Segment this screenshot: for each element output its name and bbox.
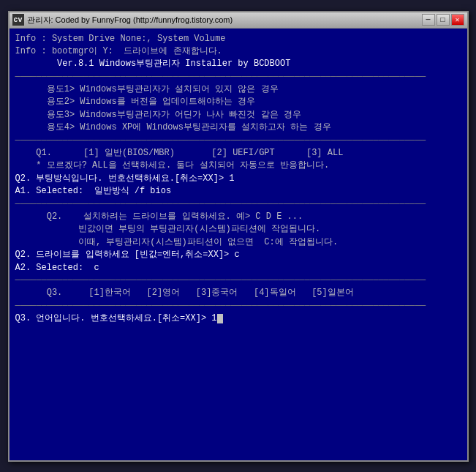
console-line: A1. Selected: 일반방식 /f bios xyxy=(15,185,461,198)
console-line: Q2. 드라이브를 입력하세요 [빈값=엔터,취소=XX]> c xyxy=(15,249,461,261)
title-bar-left: cv 관리자: Coded by FunnyFrog (http://funny… xyxy=(12,14,233,26)
minimize-button[interactable]: ─ xyxy=(422,14,435,26)
console-line: 용도2> Windows를 버전을 업데이트해야하는 경우 xyxy=(15,96,461,108)
restore-button[interactable]: □ xyxy=(437,14,450,26)
console-line: 용도1> Windows부팅관리자가 설치되어 있지 않은 경우 xyxy=(15,83,461,96)
console-body: Info : System Drive None:, System Volume… xyxy=(10,29,467,460)
console-line: 용도4> Windows XP에 Windows부팅관리자를 설치하고자 하는 … xyxy=(15,121,461,134)
text-cursor xyxy=(217,314,223,323)
console-line: 용도3> Windows부팅관리자가 어딘가 나사 빠진것 같은 경우 xyxy=(15,109,461,121)
console-line: * 모르겠다? ALL을 선택하세요. 둘다 설치되어 자동으로 반응합니다. xyxy=(15,160,461,172)
console-line: Q2. 설치하려는 드라이브를 입력하세요. 예> C D E ... xyxy=(15,211,461,223)
console-line: Info : System Drive None:, System Volume xyxy=(15,33,461,45)
title-buttons: ─ □ ✕ xyxy=(422,14,464,26)
console-line: ────────────────────────────────────────… xyxy=(15,300,461,312)
console-line: A2. Selected: c xyxy=(15,262,461,274)
console-line: ────────────────────────────────────────… xyxy=(15,274,461,287)
window-icon: cv xyxy=(12,14,24,26)
console-line: ────────────────────────────────────────… xyxy=(15,198,461,211)
console-line: ────────────────────────────────────────… xyxy=(15,71,461,83)
console-line: ────────────────────────────────────────… xyxy=(15,135,461,147)
console-window: cv 관리자: Coded by FunnyFrog (http://funny… xyxy=(8,11,469,462)
window-title: 관리자: Coded by FunnyFrog (http://funnyfro… xyxy=(27,15,233,26)
title-bar: cv 관리자: Coded by FunnyFrog (http://funny… xyxy=(10,12,467,29)
console-line: Info : bootmgr이 Y: 드라이브에 존재합니다. xyxy=(15,45,461,58)
console-line: Q2. 부팅방식입니다. 번호선택하세요.[취소=XX]> 1 xyxy=(15,173,461,185)
console-line: Ver.8.1 Windows부팅관리자 Installer by BCDBOO… xyxy=(15,58,461,70)
console-line: Q3. 언어입니다. 번호선택하세요.[취소=XX]> 1 xyxy=(15,312,461,325)
close-button[interactable]: ✕ xyxy=(451,14,464,26)
console-line: 이때, 부팅관리자(시스템)파티션이 없으면 C:에 작업됩니다. xyxy=(15,236,461,249)
console-line: Q3. [1]한국어 [2]영어 [3]중국어 [4]독일어 [5]일본어 xyxy=(15,287,461,299)
console-line: 빈값이면 부팅의 부팅관리자(시스템)파티션에 작업됩니다. xyxy=(15,223,461,236)
console-line: Q1. [1] 일반(BIOS/MBR) [2] UEFI/GPT [3] AL… xyxy=(15,147,461,160)
